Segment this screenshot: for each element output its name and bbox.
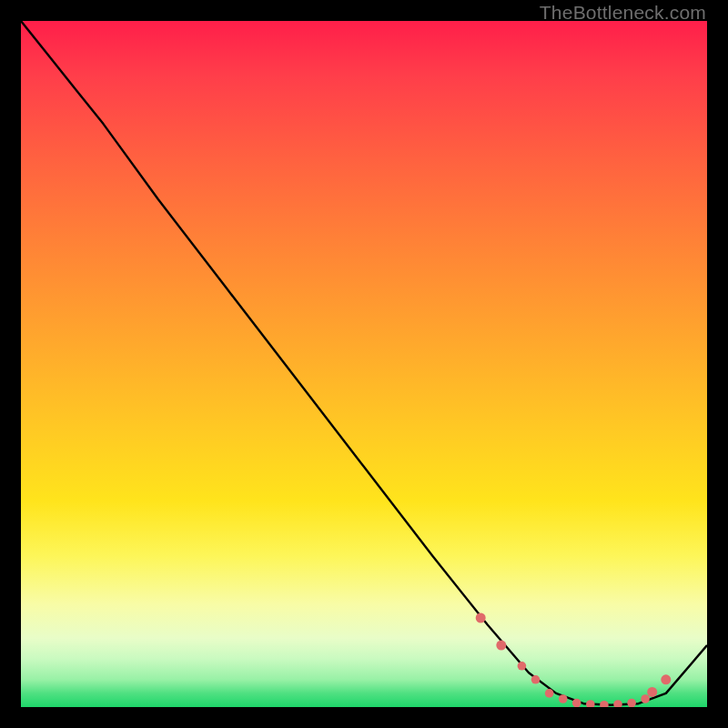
watermark-text: TheBottleneck.com (540, 2, 706, 24)
marker-dot (531, 675, 541, 684)
marker-dot (627, 699, 636, 707)
marker-dot (641, 694, 650, 703)
chart-stage: TheBottleneck.com (0, 0, 728, 728)
marker-dot (496, 641, 506, 651)
plot-area (21, 21, 707, 707)
marker-dot (476, 613, 486, 623)
bottleneck-curve (21, 21, 707, 705)
marker-dot (559, 694, 568, 703)
marker-dot (661, 674, 671, 684)
marker-dot (613, 700, 622, 707)
marker-dot (600, 701, 609, 707)
marker-dot (647, 687, 657, 697)
marker-dot (572, 699, 581, 707)
marker-dot (586, 700, 595, 707)
marker-dot (518, 662, 527, 671)
marker-dot (545, 689, 554, 698)
line-layer (21, 21, 707, 707)
